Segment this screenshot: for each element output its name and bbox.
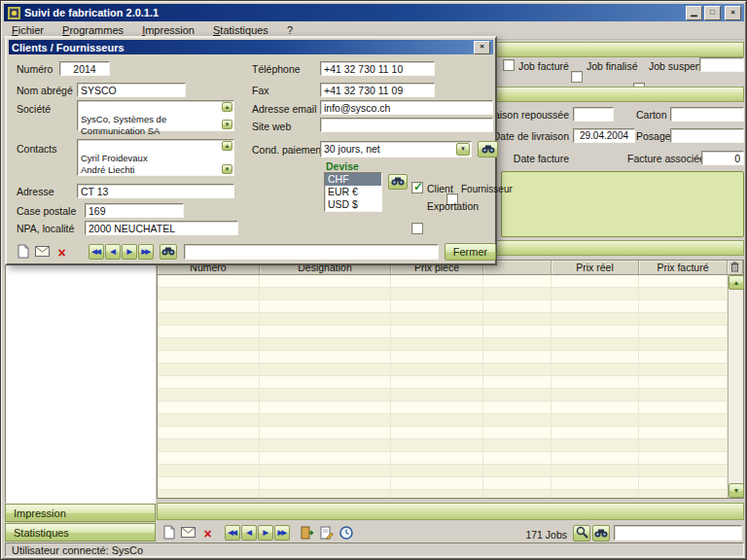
facture-associee-field[interactable] [701, 151, 744, 165]
table-row[interactable] [158, 300, 728, 313]
client-nav-prev-button[interactable]: ◀ [105, 244, 121, 260]
carton-field[interactable] [670, 107, 744, 122]
minimize-button[interactable]: ▁ [686, 6, 702, 20]
table-row[interactable] [158, 326, 728, 338]
job-facture-label: Job facturé [518, 60, 569, 72]
maximize-button[interactable]: □ [704, 6, 721, 20]
devise-option-usd[interactable]: USD $ [325, 198, 381, 211]
job-facture-checkbox[interactable] [503, 59, 515, 71]
exportation-checkbox[interactable] [411, 223, 423, 234]
table-scrollbar[interactable]: ▲ ▼ [728, 275, 743, 498]
scroll-down-button[interactable]: ▼ [729, 483, 744, 498]
new-job-button[interactable] [160, 525, 177, 542]
jobs-search-input[interactable] [614, 525, 742, 541]
numero-field[interactable] [59, 61, 110, 76]
livraison-repoussee-field[interactable] [573, 107, 614, 122]
devise-option-chf[interactable]: CHF [325, 173, 381, 186]
devise-option-eur[interactable]: EUR € [325, 186, 381, 198]
job-suspendu-field[interactable] [699, 57, 744, 72]
client-search-input[interactable] [184, 244, 439, 260]
window-titlebar[interactable]: Suivi de fabrication 2.0.1.1 ▁ □ × [4, 4, 744, 21]
exportation-label: Exportation [427, 200, 479, 212]
case-postale-field[interactable] [85, 203, 184, 218]
close-button[interactable]: × [725, 6, 741, 20]
search-jobs-button[interactable] [592, 525, 610, 542]
npa-localite-field[interactable] [85, 221, 238, 235]
dialog-titlebar[interactable]: Clients / Fournisseurs × [9, 40, 493, 54]
binoculars-icon [594, 528, 608, 540]
col-prix-reel[interactable]: Prix réel [551, 261, 639, 275]
export-button[interactable] [299, 525, 315, 542]
fermer-button[interactable]: Fermer [445, 243, 496, 261]
clients-dialog: Clients / Fournisseurs × Numéro Nom abré… [5, 36, 497, 265]
table-row[interactable] [158, 351, 728, 364]
jobs-nav-first-button[interactable]: ◀◀ [225, 525, 240, 541]
table-row[interactable] [158, 490, 728, 498]
sidebar-item-statistiques[interactable]: Statistiques [5, 523, 156, 542]
table-row[interactable] [158, 313, 728, 326]
adresse-field[interactable] [77, 184, 234, 198]
modify-job-button[interactable] [180, 525, 196, 542]
table-row[interactable] [158, 452, 728, 465]
delete-client-button[interactable]: × [53, 244, 70, 261]
telephone-field[interactable] [320, 61, 435, 76]
table-row[interactable] [158, 477, 728, 490]
societe-scroll-up[interactable]: ▲ [222, 102, 232, 112]
societe-label: Société [17, 103, 51, 115]
client-search-button[interactable] [160, 244, 177, 260]
contacts-scroll-down[interactable]: ▼ [222, 164, 232, 174]
job-finalise-checkbox[interactable] [571, 71, 583, 83]
client-nav-first-button[interactable]: ◀◀ [89, 244, 104, 260]
case-postale-label: Case postale [17, 205, 76, 217]
table-row[interactable] [158, 427, 728, 439]
table-row[interactable] [158, 275, 728, 288]
scroll-up-button[interactable]: ▲ [729, 275, 744, 290]
new-client-button[interactable] [15, 244, 31, 261]
societe-scroll-down[interactable]: ▼ [222, 120, 232, 129]
table-row[interactable] [158, 465, 728, 477]
dialog-close-button[interactable]: × [474, 41, 490, 54]
table-row[interactable] [158, 338, 728, 351]
numero-label: Numéro [17, 63, 53, 75]
contacts-field[interactable]: Cyril Froidevaux André Liechti ▲ ▼ [77, 139, 234, 176]
jobs-nav-prev-button[interactable]: ◀ [241, 525, 257, 541]
edit-document-button[interactable] [318, 525, 335, 542]
nom-abrege-field[interactable] [77, 83, 186, 97]
sidebar-item-impression[interactable]: Impression [5, 504, 156, 522]
last-record-icon: ▶▶ [278, 529, 287, 537]
table-row[interactable] [158, 389, 728, 402]
delete-job-button[interactable]: × [199, 525, 216, 542]
modify-client-button[interactable] [34, 244, 51, 261]
devise-listbox[interactable]: CHF EUR € USD $ [324, 172, 382, 212]
payment-terms-search-button[interactable] [478, 141, 498, 158]
quick-search-button[interactable] [573, 525, 590, 542]
site-web-field[interactable] [320, 118, 493, 132]
client-nav-next-button[interactable]: ▶ [122, 244, 137, 260]
client-nav-last-button[interactable]: ▶▶ [138, 244, 154, 260]
devise-search-button[interactable] [388, 174, 408, 190]
client-checkbox[interactable] [411, 182, 423, 193]
date-livraison-field[interactable] [573, 128, 635, 143]
posage-label: Posage [636, 130, 671, 142]
table-row[interactable] [158, 288, 728, 300]
email-field[interactable] [320, 100, 493, 115]
table-row[interactable] [158, 364, 728, 376]
table-row[interactable] [158, 414, 728, 427]
trash-icon [730, 262, 739, 274]
jobs-nav-next-button[interactable]: ▶ [258, 525, 273, 541]
table-row[interactable] [158, 376, 728, 389]
history-button[interactable] [338, 525, 354, 542]
remarks-area[interactable] [501, 171, 744, 237]
posage-field[interactable] [670, 128, 744, 143]
fax-field[interactable] [320, 83, 435, 97]
jobs-nav-last-button[interactable]: ▶▶ [274, 525, 290, 541]
col-prix-facture[interactable]: Prix facturé [639, 261, 728, 275]
table-row[interactable] [158, 439, 728, 452]
payment-terms-dropdown-button[interactable]: ▼ [456, 143, 470, 156]
contacts-scroll-up[interactable]: ▲ [222, 141, 232, 151]
societe-field[interactable]: SysCo, Systèmes de Communication SA ▲ ▼ [77, 100, 234, 131]
jobs-table-body [158, 275, 728, 498]
delete-row-header[interactable] [728, 261, 743, 275]
payment-terms-select[interactable]: 30 jours, net ▼ [320, 141, 472, 158]
table-row[interactable] [158, 402, 728, 414]
